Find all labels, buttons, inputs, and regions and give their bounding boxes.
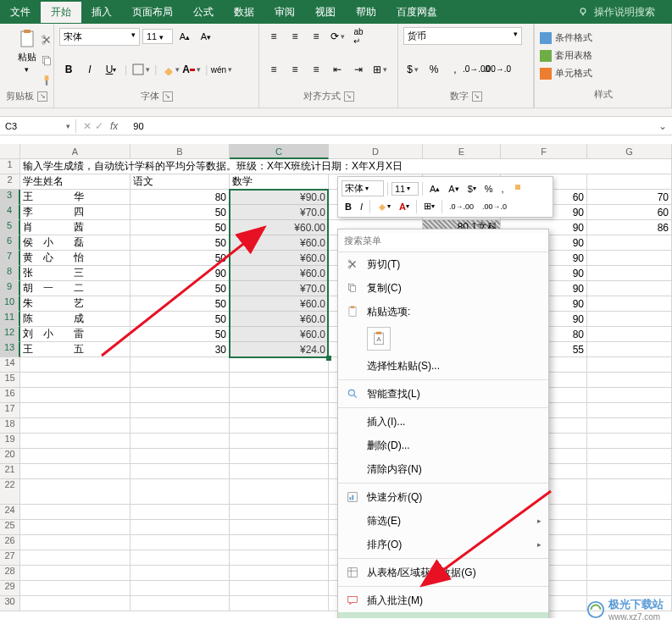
row-header-15[interactable]: 15 bbox=[0, 373, 20, 388]
cell[interactable] bbox=[587, 464, 672, 479]
row-header-13[interactable]: 13 bbox=[0, 342, 20, 357]
cell[interactable] bbox=[20, 581, 131, 596]
cell[interactable] bbox=[230, 449, 329, 464]
cell[interactable] bbox=[587, 342, 672, 357]
tab-layout[interactable]: 页面布局 bbox=[122, 2, 183, 23]
row-header-8[interactable]: 8 bbox=[0, 266, 20, 281]
format-table-button[interactable]: 套用表格 bbox=[540, 47, 666, 64]
cell[interactable] bbox=[587, 550, 672, 566]
cell[interactable] bbox=[20, 418, 131, 434]
cell[interactable] bbox=[230, 505, 329, 520]
cell[interactable]: ¥60.0 bbox=[230, 266, 329, 281]
cell[interactable]: ¥60.00 bbox=[230, 220, 329, 235]
cell[interactable] bbox=[587, 281, 672, 296]
cell[interactable]: 胡 一 二 bbox=[20, 281, 131, 296]
menu-insert[interactable]: 插入(I)... bbox=[338, 410, 548, 434]
row-header-14[interactable]: 14 bbox=[0, 357, 20, 373]
cell[interactable]: 肖 茜 bbox=[20, 220, 131, 235]
format-painter-button[interactable] bbox=[37, 71, 56, 90]
cell[interactable] bbox=[587, 479, 672, 505]
cell[interactable]: 50 bbox=[131, 251, 230, 266]
cell[interactable]: 陈 成 bbox=[20, 312, 131, 327]
cell[interactable]: 朱 艺 bbox=[20, 296, 131, 312]
menu-paste-special[interactable]: 选择性粘贴(S)... bbox=[338, 354, 548, 378]
merge-button[interactable]: ⊞ bbox=[370, 60, 389, 79]
cut-button[interactable] bbox=[37, 30, 56, 49]
decrease-indent-button[interactable]: ⇤ bbox=[328, 60, 347, 79]
tab-data[interactable]: 数据 bbox=[224, 2, 264, 23]
tab-view[interactable]: 视图 bbox=[305, 2, 346, 23]
increase-font-button[interactable]: A▴ bbox=[175, 27, 194, 46]
tab-formula[interactable]: 公式 bbox=[183, 2, 224, 23]
cell[interactable] bbox=[587, 505, 672, 520]
mini-decrease-font[interactable]: A▾ bbox=[445, 182, 462, 196]
cell[interactable] bbox=[230, 581, 329, 596]
cell[interactable] bbox=[587, 566, 672, 581]
cell[interactable]: 侯 小 磊 bbox=[20, 235, 131, 251]
number-launcher[interactable]: ↘ bbox=[472, 91, 482, 102]
cell[interactable] bbox=[131, 464, 230, 479]
mini-inc-decimal[interactable]: .0→.00 bbox=[446, 201, 477, 213]
phonetic-button[interactable]: wén bbox=[212, 60, 230, 79]
select-all-corner[interactable] bbox=[0, 144, 20, 159]
decrease-font-button[interactable]: A▾ bbox=[197, 27, 215, 46]
cell[interactable] bbox=[587, 327, 672, 342]
row-header-6[interactable]: 6 bbox=[0, 235, 20, 251]
tab-help[interactable]: 帮助 bbox=[346, 2, 386, 23]
cell[interactable]: 50 bbox=[131, 312, 230, 327]
cell[interactable]: 语文 bbox=[131, 174, 230, 190]
row-header-7[interactable]: 7 bbox=[0, 251, 20, 266]
comma-button[interactable]: , bbox=[446, 60, 464, 79]
cell[interactable] bbox=[587, 581, 672, 596]
cell-title[interactable]: 输入学生成绩，自动统计学科的平均分等数据。班级：X年X班统计日期：X年X月X日 bbox=[20, 159, 672, 174]
cell[interactable] bbox=[587, 357, 672, 373]
cell[interactable] bbox=[20, 403, 131, 418]
cell[interactable]: 50 bbox=[131, 281, 230, 296]
expand-formula-bar-button[interactable]: ⌄ bbox=[653, 120, 672, 132]
row-header-22[interactable]: 22 bbox=[0, 479, 20, 505]
cell[interactable] bbox=[587, 520, 672, 535]
cell[interactable]: 张 三 bbox=[20, 266, 131, 281]
tab-file[interactable]: 文件 bbox=[0, 2, 41, 23]
row-header-29[interactable]: 29 bbox=[0, 581, 20, 596]
tab-baidu[interactable]: 百度网盘 bbox=[386, 2, 447, 23]
cell[interactable] bbox=[230, 403, 329, 418]
cell[interactable] bbox=[20, 434, 131, 449]
accounting-format-button[interactable]: $ bbox=[403, 60, 422, 79]
align-bottom-button[interactable]: ≡ bbox=[307, 27, 325, 46]
row-header-28[interactable]: 28 bbox=[0, 566, 20, 581]
row-header-9[interactable]: 9 bbox=[0, 281, 20, 296]
mini-border[interactable]: ⊞▾ bbox=[420, 199, 438, 213]
menu-search-input[interactable] bbox=[342, 233, 545, 248]
font-color-button[interactable]: A bbox=[182, 60, 201, 79]
cell[interactable]: 刘 小 雷 bbox=[20, 327, 131, 342]
mini-dec-decimal[interactable]: .00→.0 bbox=[479, 201, 510, 213]
row-header-19[interactable]: 19 bbox=[0, 434, 20, 449]
cell[interactable] bbox=[20, 550, 131, 566]
cell[interactable] bbox=[20, 373, 131, 388]
cell[interactable] bbox=[230, 520, 329, 535]
align-center-button[interactable]: ≡ bbox=[286, 60, 304, 79]
tell-me-search[interactable]: 操作说明搜索 bbox=[577, 5, 655, 19]
cell[interactable] bbox=[587, 418, 672, 434]
mini-currency[interactable]: $▾ bbox=[464, 182, 480, 196]
cell[interactable] bbox=[131, 373, 230, 388]
tab-home[interactable]: 开始 bbox=[41, 2, 81, 23]
cell-styles-button[interactable]: 单元格式 bbox=[540, 64, 666, 82]
mini-font-select[interactable]: 宋体▾ bbox=[342, 180, 384, 196]
row-header-1[interactable]: 1 bbox=[0, 159, 20, 174]
cell[interactable] bbox=[587, 535, 672, 550]
cell[interactable] bbox=[20, 449, 131, 464]
cell[interactable]: ¥60.0 bbox=[230, 327, 329, 342]
mini-font-color[interactable]: A▾ bbox=[396, 200, 413, 213]
cell[interactable] bbox=[131, 403, 230, 418]
cell[interactable] bbox=[230, 596, 329, 611]
copy-button[interactable] bbox=[37, 51, 56, 69]
row-header-17[interactable]: 17 bbox=[0, 403, 20, 418]
cell[interactable] bbox=[587, 434, 672, 449]
mini-increase-font[interactable]: A▴ bbox=[426, 182, 443, 196]
row-header-30[interactable]: 30 bbox=[0, 596, 20, 611]
col-header-A[interactable]: A bbox=[20, 144, 131, 159]
cell[interactable] bbox=[131, 566, 230, 581]
align-left-button[interactable]: ≡ bbox=[264, 60, 283, 79]
